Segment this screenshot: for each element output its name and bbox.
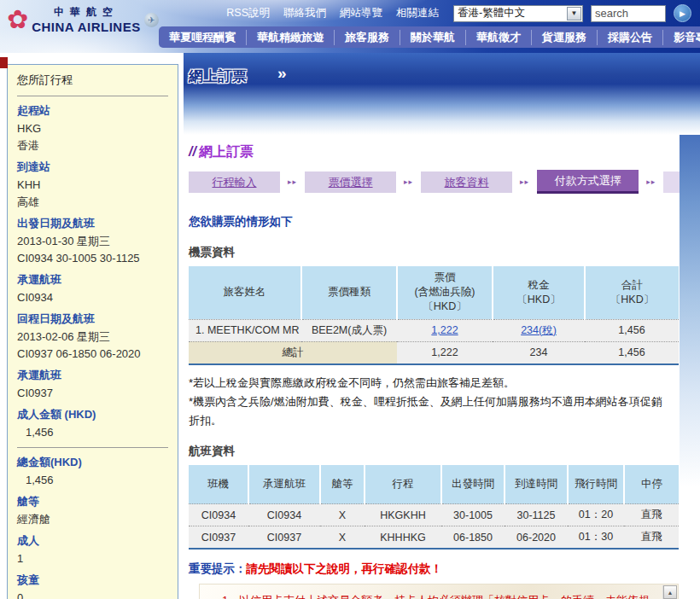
- return-date-label: 回程日期及航班: [17, 311, 168, 327]
- fare-amount-link[interactable]: 1,222: [431, 324, 458, 336]
- adult-amount-value: 1,456: [17, 426, 168, 439]
- col-class: 艙等: [320, 465, 365, 504]
- banner-title: 網上訂票: [189, 67, 247, 86]
- return-flight: CI0937 06-1850 06-2020: [17, 347, 168, 361]
- adults-count: 1: [17, 552, 168, 566]
- right-gradient-decoration: [680, 135, 700, 502]
- step-passenger-info-link[interactable]: 旅客資料: [445, 176, 489, 189]
- globe-icon: ✈: [144, 13, 159, 27]
- tax-amount-link[interactable]: 234(稅): [521, 324, 557, 336]
- operating-flight-cell: CI0934: [248, 504, 320, 526]
- link-rss-info[interactable]: RSS說明: [226, 6, 270, 20]
- passenger-name-cell: 1. MEETHK/COM MR: [189, 319, 301, 341]
- step-separator-icon: ▸▸: [646, 177, 656, 186]
- top-links: RSS說明 聯絡我們 網站導覽 相關連結: [226, 6, 439, 20]
- fare-type-cell: BEE2M(成人票): [301, 319, 397, 341]
- route-cell: KHHHKG: [365, 526, 441, 550]
- china-airlines-logo[interactable]: ✿ 中華航空 CHINA AIRLINES ✈: [7, 5, 159, 34]
- link-sitemap[interactable]: 網站導覽: [340, 6, 382, 20]
- origin-label: 起程站: [17, 103, 168, 119]
- booking-steps: 行程輸入 ▸▸ 票價選擇 ▸▸ 旅客資料 ▸▸ 付款方式選擇 ▸▸ 完成開票: [189, 170, 669, 194]
- important-reminder: 重要提示：請先閱讀以下之說明，再行確認付款！: [189, 561, 669, 577]
- tax-difference-note: *若以上稅金與實際應繳政府稅金不同時，仍然需由旅客補足差額。: [189, 374, 669, 393]
- col-fare: 票價(含燃油兵險)〔HKD〕: [397, 266, 493, 319]
- language-select[interactable]: 香港-繁體中文 ▼: [453, 5, 583, 22]
- search-input[interactable]: [591, 5, 666, 22]
- col-operating-flight: 承運航班: [248, 465, 320, 504]
- flight-row-outbound: CI0934 CI0934 X HKGKHH 30-1005 30-1125 0…: [189, 504, 679, 526]
- cabin-class-label: 艙等: [17, 494, 168, 509]
- step-passenger-info[interactable]: 旅客資料: [421, 172, 512, 193]
- fare-notes: *若以上稅金與實際應繳政府稅金不同時，仍然需由旅客補足差額。 *機票內含之兵險/…: [189, 374, 669, 430]
- important-label: 重要提示：: [189, 562, 247, 575]
- origin-city: 香港: [17, 139, 168, 153]
- col-departure-time: 出發時間: [441, 465, 505, 504]
- search-go-button[interactable]: ▶: [674, 4, 691, 22]
- flight-info-title: 航班資料: [189, 444, 669, 459]
- arrow-right-icon: ▶: [680, 9, 685, 18]
- link-related-links[interactable]: 相關連結: [396, 6, 439, 20]
- departure-time-cell: 30-1005: [441, 504, 505, 526]
- promotion-exclusion-note: *機票內含之兵險/燃油附加費、稅金、哩程折抵金、及網上任何加購服務均不適用本網站…: [189, 393, 669, 430]
- notice-body: 以信用卡支付上述交易金額者，持卡人均必須辦理「核對信用卡」的手續。未能依規定完成…: [239, 592, 654, 599]
- destination-city: 高雄: [17, 195, 168, 209]
- operating-flight-label-return: 承運航班: [17, 368, 168, 383]
- banner-chevron-icon: »: [277, 64, 287, 83]
- nav-multimedia[interactable]: 影音專區: [662, 30, 700, 45]
- step-fare-selection-link[interactable]: 票價選擇: [329, 176, 373, 189]
- page-title: //網上訂票: [189, 143, 669, 161]
- step-itinerary-input-link[interactable]: 行程輸入: [213, 176, 257, 189]
- scroll-up-icon[interactable]: ▲: [663, 585, 677, 599]
- adults-label: 成人: [17, 533, 168, 549]
- credit-card-verification-notice: 1. 以信用卡支付上述交易金額者，持卡人均必須辦理「核對信用卡」的手續。未能依規…: [200, 584, 678, 599]
- nav-passenger-services[interactable]: 旅客服務: [334, 30, 400, 45]
- purchase-intro-text: 您欲購票的情形如下: [189, 214, 669, 230]
- grand-total-cell: 1,456: [585, 341, 679, 364]
- link-contact-us[interactable]: 聯絡我們: [283, 6, 326, 20]
- nav-about-china-airlines[interactable]: 關於華航: [400, 30, 465, 45]
- plum-blossom-icon: ✿: [7, 7, 28, 32]
- step-separator-icon: ▸▸: [520, 177, 529, 186]
- step-itinerary-input[interactable]: 行程輸入: [189, 172, 280, 193]
- main-navigation: 華夏哩程酬賓 華航精緻旅遊 旅客服務 關於華航 華航徵才 貨運服務 採購公告 影…: [159, 26, 700, 48]
- ticket-info-title: 機票資料: [189, 245, 669, 260]
- flight-time-cell: 01：30: [568, 526, 624, 550]
- ticket-info-table: 旅客姓名 票價種類 票價(含燃油兵險)〔HKD〕 稅金〔HKD〕 合計〔HKD〕…: [189, 266, 679, 365]
- route-cell: HKGKHH: [365, 504, 441, 526]
- page-banner: 網上訂票 »: [184, 53, 700, 135]
- step-separator-icon: ▸▸: [288, 177, 297, 186]
- fare-cell: 1,222: [397, 319, 493, 341]
- slashes-decoration: //: [189, 144, 196, 159]
- main-content: //網上訂票 行程輸入 ▸▸ 票價選擇 ▸▸ 旅客資料 ▸▸ 付款方式選擇 ▸▸…: [184, 135, 700, 599]
- col-arrival-time: 到達時間: [505, 465, 568, 504]
- operating-flight-outbound: CI0934: [17, 291, 168, 305]
- nav-careers[interactable]: 華航徵才: [465, 30, 531, 45]
- flight-time-cell: 01：20: [568, 504, 624, 526]
- departure-flight: CI0934 30-1005 30-1125: [17, 252, 168, 265]
- stops-cell: 直飛: [624, 526, 679, 550]
- important-text: 請先閱讀以下之說明，再行確認付款！: [247, 562, 443, 575]
- payment-notice-box: 1. 以信用卡支付上述交易金額者，持卡人均必須辦理「核對信用卡」的手續。未能依規…: [199, 584, 679, 599]
- col-passenger-name: 旅客姓名: [189, 266, 301, 319]
- tax-cell: 234(稅): [493, 319, 585, 341]
- nav-dynasty-miles[interactable]: 華夏哩程酬賓: [159, 30, 246, 45]
- nav-travel-packages[interactable]: 華航精緻旅遊: [246, 30, 334, 45]
- operating-flight-return: CI0937: [17, 387, 168, 400]
- step-fare-selection[interactable]: 票價選擇: [305, 172, 396, 193]
- col-total: 合計〔HKD〕: [585, 266, 679, 319]
- nav-cargo-services[interactable]: 貨運服務: [531, 30, 597, 45]
- language-selected-value: 香港-繁體中文: [458, 6, 525, 20]
- notice-number: 1.: [222, 592, 239, 599]
- nav-procurement[interactable]: 採購公告: [597, 30, 662, 45]
- step-separator-icon: ▸▸: [404, 177, 413, 186]
- cabin-class-value: 經濟艙: [17, 513, 168, 526]
- return-date: 2013-02-06 星期三: [17, 330, 168, 344]
- destination-label: 到達站: [17, 160, 168, 175]
- children-label: 孩童: [17, 573, 168, 588]
- chevron-down-icon[interactable]: ▼: [567, 7, 581, 20]
- notice-scrollbar[interactable]: ▲ ▼: [662, 585, 677, 599]
- operating-flight-cell: CI0937: [248, 526, 320, 550]
- total-tax-cell: 234: [493, 341, 585, 364]
- stops-cell: 直飛: [624, 504, 679, 526]
- destination-code: KHH: [17, 178, 168, 192]
